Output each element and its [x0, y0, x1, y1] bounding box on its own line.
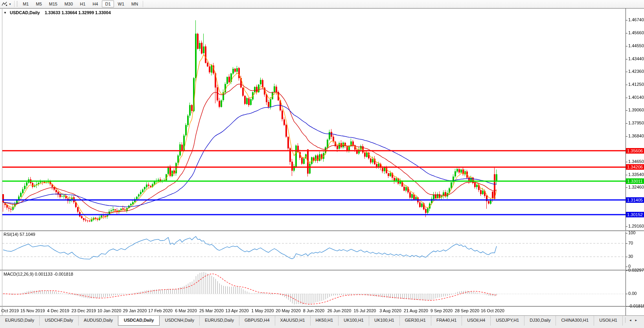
price-axis-tick-label: 1.42360: [628, 69, 644, 74]
chart-tab-dj30-daily[interactable]: DJ30,Daily: [524, 316, 556, 326]
macd-axis-label: 0.00: [628, 291, 637, 296]
price-axis-tick: [626, 33, 627, 33]
price-axis-tick: [626, 136, 627, 137]
price-axis-tick: [626, 175, 627, 175]
chart-tab-hk50-h1[interactable]: HK50,H1: [311, 316, 339, 326]
price-axis-tick: [626, 123, 627, 124]
price-axis-tick-label: 1.33540: [628, 172, 644, 177]
price-level-badge: 1.33011: [626, 178, 644, 184]
chart-tab-usoil-h4[interactable]: USOil,H4: [462, 316, 491, 326]
rsi-label: RSI(14) 57.1049: [4, 232, 35, 237]
tabs-scroll-left-button[interactable]: ◂: [627, 318, 633, 322]
price-axis-tick: [626, 226, 627, 227]
rsi-axis-tick: [626, 233, 627, 233]
macd-axis-label: 0.032972: [628, 268, 644, 272]
chart-tab-ger30-h1[interactable]: GER30,H1: [400, 316, 431, 326]
rsi-axis-tick: [626, 243, 627, 244]
date-axis-label: 15 Jul 2020: [354, 308, 376, 313]
date-axis-label: 6 Mar 2020: [175, 308, 197, 313]
timeframe-button-d1[interactable]: D1: [102, 0, 114, 7]
chart-tab-usdcnh-daily[interactable]: USDCNH,Daily: [160, 316, 200, 326]
chart-tool-button[interactable]: ▼: [0, 0, 13, 8]
price-axis-tick-label: 1.37950: [628, 120, 644, 125]
date-axis-label: 16 Oct 2020: [481, 308, 504, 313]
chart-tab-eurusd-daily[interactable]: EURUSD,Daily: [200, 316, 239, 326]
price-axis-tick: [626, 110, 627, 111]
date-axis-label: 28 Oct 2019: [0, 308, 19, 313]
date-axis-label: 23 Dec 2019: [72, 308, 96, 313]
macd-axis-tick: [626, 306, 627, 307]
timeframe-button-m1[interactable]: M1: [20, 0, 32, 7]
price-axis-tick-label: 1.32460: [628, 185, 644, 189]
price-level-badge: 1.34206: [626, 164, 644, 170]
price-axis-tick: [626, 98, 627, 98]
tabs-scroll-right-button[interactable]: ▸: [633, 318, 639, 322]
toolbar-drag-handle[interactable]: [17, 1, 18, 7]
price-axis-tick: [626, 162, 627, 162]
chart-window-border: [0, 8, 644, 9]
collapse-triangle-icon[interactable]: ▼: [4, 11, 7, 15]
price-level-badge: 1.31405: [626, 197, 644, 203]
chart-tab-fra40-h1[interactable]: FRA40,H1: [431, 316, 462, 326]
rsi-axis-tick: [626, 267, 627, 267]
toolbar-separator: [143, 1, 143, 7]
chart-tab-eurusd-daily[interactable]: EURUSD,Daily: [0, 316, 40, 326]
chart-tab-usdcad-daily[interactable]: USDCAD,Daily: [118, 316, 160, 326]
timeframe-button-m30[interactable]: M30: [61, 0, 76, 7]
chart-tab-xauusd-h1[interactable]: XAUUSD,H1: [275, 316, 311, 326]
chart-tab-usdchf-daily[interactable]: USDCHF,Daily: [40, 316, 79, 326]
timeframe-button-m5[interactable]: M5: [33, 0, 45, 7]
rsi-axis-tick: [626, 257, 627, 257]
price-axis-tick-label: 1.36840: [628, 133, 644, 138]
macd-pane-divider[interactable]: [0, 270, 644, 271]
chart-tab-uk100-h1[interactable]: UK100,H1: [369, 316, 400, 326]
price-axis-tick-label: 1.29160: [628, 224, 644, 228]
timeframe-button-h4[interactable]: H4: [89, 0, 101, 7]
price-level-badge: 1.35606: [626, 148, 644, 154]
date-axis-label: 26 Jun 2020: [328, 308, 351, 313]
date-axis-label: 28 Sep 2020: [455, 308, 479, 313]
tab-arrows-separator: [625, 317, 626, 323]
date-axis-divider: [0, 306, 644, 307]
price-axis-tick: [626, 187, 627, 188]
chart-tab-china300-h1[interactable]: CHINA300,H1: [556, 316, 594, 326]
macd-axis-tick: [626, 294, 627, 294]
price-axis-tick-label: 1.44550: [628, 43, 644, 48]
rsi-axis-label: 100: [628, 230, 635, 235]
macd-axis-tick: [626, 271, 627, 271]
price-axis-tick: [626, 72, 627, 72]
timeframe-button-w1[interactable]: W1: [115, 0, 128, 7]
chart-tab-gbpusd-h4[interactable]: GBPUSD,H4: [239, 316, 275, 326]
macd-label: MACD(12,26,9) 0.001133 -0.001818: [4, 272, 73, 276]
price-axis-tick-label: 1.41250: [628, 82, 644, 87]
date-axis-label: 20 May 2020: [276, 308, 301, 313]
chart-tab-usoil-h1[interactable]: USOil,H1: [594, 316, 623, 326]
date-axis-label: 13 Apr 2020: [225, 308, 248, 313]
price-level-badge: 1.30152: [626, 212, 644, 217]
date-axis-label: 29 Jan 2020: [123, 308, 147, 313]
rsi-axis-label: 30: [628, 254, 633, 259]
chart-tab-uk100-h1[interactable]: UK100,H1: [339, 316, 369, 326]
date-axis-label: 1 May 2020: [251, 308, 274, 313]
top-toolbar: ▼ M1M5M15M30H1H4D1W1MN: [0, 0, 644, 8]
date-axis-label: 10 Jan 2020: [98, 308, 121, 313]
date-axis-label: 9 Sep 2020: [431, 308, 453, 313]
date-axis-label: 3 Aug 2020: [379, 308, 401, 313]
rsi-pane-divider[interactable]: [0, 230, 644, 232]
price-axis-tick: [626, 59, 627, 59]
price-axis-tick-label: 1.46740: [628, 17, 644, 22]
date-axis-label: 21 Aug 2020: [404, 308, 428, 313]
date-axis-label: 25 Mar 2020: [199, 308, 224, 313]
timeframe-button-mn[interactable]: MN: [128, 0, 141, 7]
price-axis-tick-label: 1.34650: [628, 159, 644, 164]
chart-tab-audusd-daily[interactable]: AUDUSD,Daily: [79, 316, 118, 326]
ohlc-values: 1.33633 1.33664 1.32999 1.33004: [45, 10, 111, 15]
timeframe-button-m15[interactable]: M15: [46, 0, 61, 7]
chart-tab-usdjpy-h1[interactable]: USDJPY,H1: [491, 316, 524, 326]
chart-canvas[interactable]: [0, 0, 644, 328]
symbol-period-label: USDCAD,Daily: [10, 10, 40, 15]
macd-axis-label: -0.018154: [628, 304, 644, 308]
timeframe-button-h1[interactable]: H1: [77, 0, 88, 7]
chevron-down-icon: ▼: [9, 3, 11, 6]
date-axis-label: 17 Feb 2020: [148, 308, 173, 313]
